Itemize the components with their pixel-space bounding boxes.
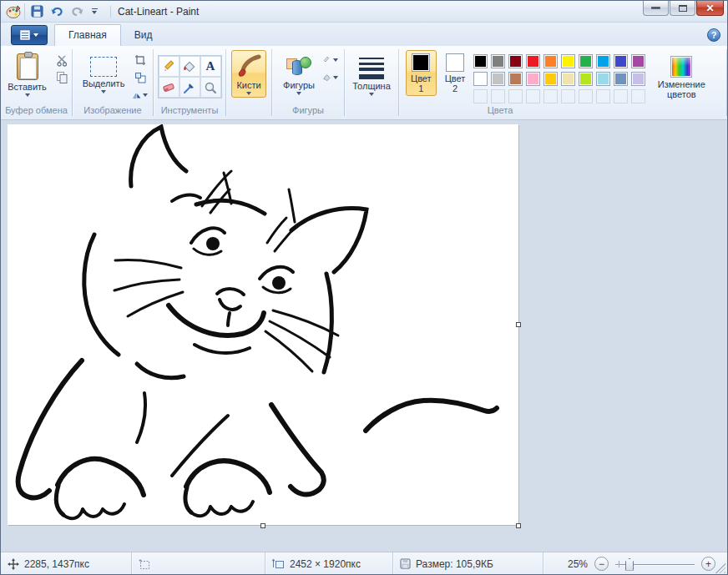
redo-button[interactable] — [68, 3, 85, 20]
edit-colors-button[interactable]: Изменение цветов — [650, 50, 712, 102]
color1-button[interactable]: Цвет1 — [406, 50, 437, 96]
palette-swatch[interactable] — [473, 72, 488, 86]
chevron-down-icon — [101, 90, 106, 93]
drawing-canvas[interactable] — [8, 124, 518, 525]
copy-icon — [56, 71, 68, 84]
palette-swatch[interactable] — [614, 72, 628, 86]
undo-icon — [50, 5, 64, 18]
color2-button[interactable]: Цвет2 — [440, 50, 471, 96]
palette-swatch-empty[interactable] — [491, 89, 505, 103]
group-brushes: Кисти — [226, 46, 271, 119]
palette-swatch[interactable] — [491, 72, 505, 86]
edit-colors-icon — [670, 56, 692, 78]
group-label: Фигуры — [272, 105, 344, 119]
palette-swatch[interactable] — [508, 72, 523, 86]
color2-swatch — [446, 53, 464, 72]
close-icon: ✕ — [705, 3, 714, 14]
palette-swatch-empty[interactable] — [614, 89, 628, 103]
palette-swatch-empty[interactable] — [526, 89, 540, 103]
ribbon: Вставить — [1, 46, 727, 120]
palette-swatch[interactable] — [561, 72, 575, 86]
undo-button[interactable] — [48, 3, 65, 20]
palette-swatch-empty[interactable] — [473, 89, 488, 103]
group-colors: Цвет1 Цвет2 Изменение цветов Цвета — [399, 46, 726, 119]
palette-swatch[interactable] — [596, 54, 610, 68]
size-button[interactable]: Толщина — [347, 50, 396, 98]
copy-button[interactable] — [55, 71, 70, 84]
save-button[interactable] — [28, 3, 45, 20]
eraser-icon — [162, 81, 175, 94]
palette-swatch-empty[interactable] — [508, 89, 523, 103]
text-tool[interactable]: A — [200, 56, 221, 77]
zoom-slider-thumb[interactable] — [625, 558, 634, 571]
window-resize-grip[interactable] — [715, 563, 725, 573]
tab-view[interactable]: Вид — [121, 25, 166, 46]
zoom-section: 25% − + — [543, 552, 727, 575]
tab-home[interactable]: Главная — [54, 24, 121, 46]
palette-swatch-empty[interactable] — [596, 89, 610, 103]
paste-button[interactable]: Вставить — [3, 50, 52, 99]
palette-swatch-empty[interactable] — [631, 89, 645, 103]
close-button[interactable]: ✕ — [696, 1, 724, 16]
palette-swatch[interactable] — [579, 54, 593, 68]
palette-swatch[interactable] — [614, 54, 628, 68]
group-label — [345, 105, 398, 119]
minimize-button[interactable] — [643, 1, 669, 16]
canvas-resize-handle-right[interactable] — [516, 322, 521, 327]
fill-tool[interactable] — [179, 56, 200, 77]
palette-swatch[interactable] — [631, 72, 645, 86]
palette-swatch-empty[interactable] — [579, 89, 593, 103]
chevron-down-icon — [25, 93, 30, 97]
group-label: Цвета — [399, 105, 726, 119]
palette-swatch[interactable] — [473, 54, 488, 68]
rotate-icon — [133, 90, 141, 101]
select-button[interactable]: Выделить — [78, 50, 130, 96]
paint-menu-button[interactable] — [11, 25, 48, 45]
palette-swatch[interactable] — [491, 54, 505, 68]
qat-customize-dropdown[interactable] — [88, 3, 100, 20]
cut-button[interactable] — [55, 53, 70, 67]
palette-swatch[interactable] — [579, 72, 593, 86]
chevron-down-icon — [333, 76, 338, 79]
palette-swatch-empty[interactable] — [543, 89, 558, 103]
selection-size-icon — [139, 558, 150, 570]
paint-app-icon[interactable] — [6, 4, 21, 19]
color-picker-tool[interactable] — [179, 77, 200, 98]
canvas-resize-handle-bottom[interactable] — [260, 523, 265, 528]
shape-fill-button[interactable] — [323, 71, 338, 84]
status-bar: 2285, 1437пкс 2452 × 1920пкс Размер: 105… — [1, 552, 727, 575]
canvas-resize-handle-corner[interactable] — [516, 523, 521, 528]
palette-swatch[interactable] — [508, 54, 523, 68]
maximize-button[interactable] — [670, 1, 695, 16]
shape-outline-button[interactable] — [323, 53, 338, 67]
palette-swatch[interactable] — [596, 72, 610, 86]
group-label: Инструменты — [154, 105, 225, 119]
palette-swatch[interactable] — [631, 54, 645, 68]
palette-swatch-empty[interactable] — [561, 89, 575, 103]
crop-button[interactable] — [133, 53, 148, 67]
palette-swatch[interactable] — [526, 54, 540, 68]
palette-swatch[interactable] — [561, 54, 575, 68]
zoom-in-button[interactable]: + — [701, 557, 715, 571]
zoom-slider[interactable] — [615, 557, 695, 571]
paste-icon — [17, 53, 38, 80]
resize-button[interactable] — [133, 71, 148, 84]
eraser-tool[interactable] — [159, 77, 179, 98]
file-size-value: Размер: 105,9КБ — [416, 558, 493, 570]
rotate-button[interactable] — [133, 88, 148, 102]
group-image: Выделить — [73, 46, 153, 119]
palette-swatch[interactable] — [543, 72, 558, 86]
shapes-button[interactable]: Фигуры — [278, 50, 320, 98]
brushes-button[interactable]: Кисти — [231, 50, 266, 98]
palette-swatch[interactable] — [526, 72, 540, 86]
help-button[interactable]: ? — [707, 28, 720, 42]
image-size-icon — [272, 558, 285, 569]
zoom-out-button[interactable]: − — [594, 557, 609, 571]
pencil-tool[interactable] — [159, 56, 179, 77]
magnifier-tool[interactable] — [200, 77, 221, 98]
palette-swatch[interactable] — [543, 54, 558, 68]
palette-grid — [473, 54, 647, 105]
group-label: Изображение — [73, 105, 153, 119]
paint-window: Cat-Lineart - Paint ✕ Главная Вид ? Вста… — [0, 0, 728, 575]
image-size-section: 2452 × 1920пкс — [265, 552, 393, 575]
